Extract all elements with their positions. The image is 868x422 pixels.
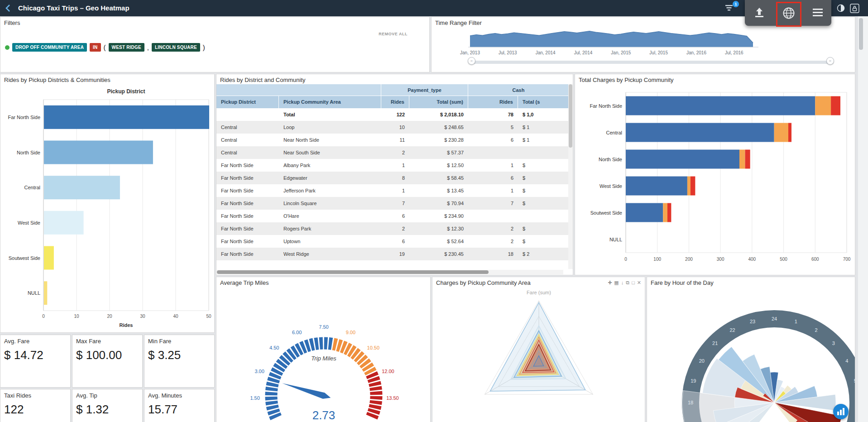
rides-bar-chart[interactable]: Pickup District01020304050Far North Side… xyxy=(0,84,214,333)
table-cell xyxy=(518,210,569,222)
time-range-slider-track[interactable] xyxy=(471,61,834,64)
table-cell: Albany Park xyxy=(279,159,381,172)
stacked-bar-segment[interactable] xyxy=(691,177,695,196)
stacked-bar-segment[interactable] xyxy=(667,203,671,222)
table-row[interactable]: Far North SideWest Ridge19$ 230.4518$ 2 xyxy=(216,248,569,260)
table-cell: West Ridge xyxy=(279,248,381,260)
table-row[interactable]: Far North SideJefferson Park1$ 13.451$ xyxy=(216,184,569,197)
stacked-bar-segment[interactable] xyxy=(626,123,774,142)
svg-text:23: 23 xyxy=(750,319,755,324)
stacked-bar-segment[interactable] xyxy=(815,96,831,115)
stacked-bar-segment[interactable] xyxy=(739,150,745,169)
table-cell: $ 52.64 xyxy=(409,235,468,248)
table-cell: $ 2,018.10 xyxy=(409,108,468,121)
table-cell: $ 12.50 xyxy=(409,159,468,172)
upload-icon[interactable] xyxy=(753,6,766,21)
panel-rides-table: Rides by District and Community Payment_… xyxy=(216,74,573,275)
page-scrollbar[interactable] xyxy=(858,16,868,422)
chart-toolbar-icon[interactable]: ⧉ xyxy=(626,280,629,285)
table-cell: $ 70.94 xyxy=(409,197,468,210)
table-cell: 5 xyxy=(468,121,518,134)
table-row[interactable]: CentralNear South Side2$ 57.37 xyxy=(216,146,569,159)
bar[interactable] xyxy=(44,246,54,270)
charges-stacked-bar-chart[interactable]: 0100200300400500600700Far North SideCent… xyxy=(575,84,855,274)
time-range-slider-handle-right[interactable]: = xyxy=(826,57,834,65)
table-cell xyxy=(216,108,279,121)
panel-filters: Filters REMOVE ALL DROP OFF COMMUNITY AR… xyxy=(0,17,430,72)
table-row[interactable]: CentralLoop10$ 248.655$ 1 xyxy=(216,121,569,134)
kpi-label: Taxi Rides xyxy=(0,389,70,399)
remove-all-button[interactable]: REMOVE ALL xyxy=(379,32,408,36)
table-row[interactable]: Far North SideUptown6$ 52.642$ xyxy=(216,235,569,248)
svg-text:600: 600 xyxy=(811,257,819,262)
chart-type-button[interactable] xyxy=(833,404,849,419)
trip-miles-gauge[interactable]: 1.503.004.506.007.509.0010.5012.0013.50T… xyxy=(216,287,430,422)
stacked-bar-segment[interactable] xyxy=(663,203,667,222)
svg-text:5: 5 xyxy=(854,378,855,384)
filter-operator-chip[interactable]: IN xyxy=(90,43,101,52)
bar[interactable] xyxy=(44,141,153,164)
stacked-chart-title: Total Charges by Pickup Community xyxy=(575,74,855,84)
svg-text:Rides: Rides xyxy=(120,322,133,328)
stacked-bar-segment[interactable] xyxy=(626,203,663,222)
table-cell: 6 xyxy=(381,235,409,248)
table-row[interactable]: Total122$ 2,018.1078$ 1,0 xyxy=(216,108,569,121)
table-vscroll-thumb[interactable] xyxy=(569,84,572,148)
table-row[interactable]: CentralNear North Side11$ 230.286$ 1 xyxy=(216,134,569,146)
bar[interactable] xyxy=(44,106,209,129)
svg-text:3: 3 xyxy=(832,340,835,346)
table-cell: $ xyxy=(518,197,569,210)
svg-text:300: 300 xyxy=(717,257,724,262)
table-row[interactable]: Far North SideRogers Park2$ 12.302$ xyxy=(216,222,569,235)
table-row[interactable]: Far North SideLincoln Square7$ 70.947$ xyxy=(216,197,569,210)
kpi-label: Max Fare xyxy=(72,335,142,345)
svg-text:North Side: North Side xyxy=(599,157,622,162)
lock-icon[interactable] xyxy=(850,4,859,15)
stacked-bar-segment[interactable] xyxy=(626,96,815,115)
chart-toolbar-icon[interactable]: ↓ xyxy=(621,280,624,285)
chart-toolbar-icon[interactable]: ▦ xyxy=(614,280,619,285)
filter-value-chip[interactable]: LINCOLN SQUARE xyxy=(152,43,200,52)
chart-toolbar-icon[interactable]: □ xyxy=(632,280,635,285)
table-horizontal-scrollbar[interactable] xyxy=(217,270,563,274)
stacked-bar-segment[interactable] xyxy=(788,123,791,142)
table-cell: $ xyxy=(518,159,569,172)
stacked-bar-segment[interactable] xyxy=(774,123,788,142)
charges-radar-chart[interactable]: Fare (sum) xyxy=(432,287,645,422)
bar[interactable] xyxy=(44,281,47,305)
svg-text:NULL: NULL xyxy=(609,237,622,242)
stacked-bar-segment[interactable] xyxy=(745,150,750,169)
svg-text:18: 18 xyxy=(688,400,693,405)
table-cell: 7 xyxy=(468,197,518,210)
table-row[interactable]: Far North SideO'Hare6$ 234.90 xyxy=(216,210,569,222)
svg-text:21: 21 xyxy=(712,340,718,346)
stacked-bar-segment[interactable] xyxy=(687,177,691,196)
time-range-slider-handle-left[interactable]: = xyxy=(468,57,475,65)
table-row[interactable]: Far North SideEdgewater8$ 58.456$ xyxy=(216,172,569,184)
bar[interactable] xyxy=(44,211,84,235)
contrast-icon[interactable] xyxy=(837,4,845,14)
table-cell: $ 230.45 xyxy=(409,248,468,260)
panel-rides-by-district: Rides by Pickup Districts & Communities … xyxy=(0,74,215,333)
chart-toolbar-icon[interactable]: ✚ xyxy=(608,280,612,285)
bar[interactable] xyxy=(44,176,120,199)
table-cell: Near South Side xyxy=(279,146,381,159)
stacked-bar-segment[interactable] xyxy=(626,150,739,169)
kpi-tile: Avg. Tip$ 1.32 xyxy=(72,389,143,422)
filter-field-chip[interactable]: DROP OFF COMMUNITY AREA xyxy=(12,43,87,52)
chart-toolbar-icon[interactable]: ✕ xyxy=(637,280,641,285)
stacked-bar-segment[interactable] xyxy=(831,96,840,115)
table-vertical-scrollbar[interactable] xyxy=(568,84,573,269)
time-range-area-chart[interactable]: Jan, 2013Jul, 2013Jan, 2014Jul, 2014Jan,… xyxy=(432,27,856,60)
back-button[interactable] xyxy=(4,3,14,15)
page-scrollbar-thumb[interactable] xyxy=(859,18,863,50)
stacked-bar-segment[interactable] xyxy=(626,177,687,196)
fare-by-hour-rose-chart[interactable]: 123456789101112131415161718192021222324 xyxy=(647,287,855,422)
svg-text:Far North Side: Far North Side xyxy=(8,115,40,120)
table-cell: $ xyxy=(518,222,569,235)
table-cell: Total (sum) xyxy=(409,96,468,108)
table-hscroll-thumb[interactable] xyxy=(217,270,489,274)
filter-value-chip[interactable]: WEST RIDGE xyxy=(109,43,144,52)
menu-icon[interactable] xyxy=(812,6,824,20)
table-row[interactable]: Far North SideAlbany Park1$ 12.501$ xyxy=(216,159,569,172)
